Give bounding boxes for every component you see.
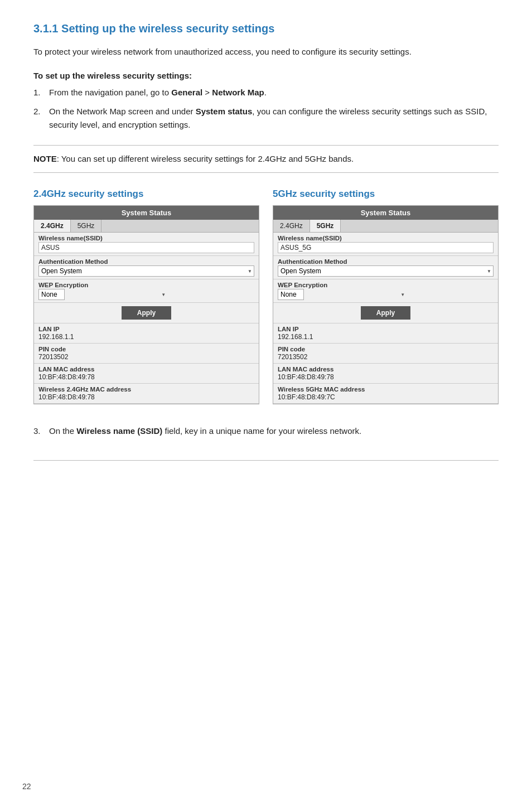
steps-list: 1. From the navigation panel, go to Gene… [33,86,499,132]
lan-ip-value-24: 192.168.1.1 [38,333,254,341]
pin-code-label-24: PIN code [38,346,254,352]
panel-2-4ghz: System Status 2.4GHz 5GHz Wireless name(… [33,205,259,404]
auth-method-row-24: Authentication Method Open System WPA-Pe… [34,256,259,279]
apply-row-5g: Apply [273,303,498,323]
wireless-mac-value-24: 10:BF:48:D8:49:78 [38,393,254,401]
step-2-text: On the Network Map screen and under Syst… [49,105,499,132]
auth-method-label-24: Authentication Method [38,258,254,265]
page-bottom-divider [33,460,499,461]
panel-2-4ghz-header: System Status [34,206,259,220]
auth-method-select-5g[interactable]: Open System WPA-Personal WPA2-Personal [278,265,494,277]
panel-2-4ghz-col: 2.4GHz security settings System Status 2… [33,189,259,404]
panel-5ghz-col: 5GHz security settings System Status 2.4… [273,189,499,404]
wireless-name-label-24: Wireless name(SSID) [38,235,254,241]
step-3: 3. On the Wireless name (SSID) field, ke… [33,424,499,438]
lan-ip-row-5g: LAN IP 192.168.1.1 [273,323,498,344]
pin-code-row-24: PIN code 72013502 [34,344,259,364]
step-2: 2. On the Network Map screen and under S… [33,105,499,132]
wep-select-24[interactable]: None 64-bit 128-bit [38,289,65,300]
wireless-mac-row-24: Wireless 2.4GHz MAC address 10:BF:48:D8:… [34,384,259,404]
step-2-num: 2. [33,105,49,132]
lan-mac-row-24: LAN MAC address 10:BF:48:D8:49:78 [34,364,259,384]
tab-5ghz-2[interactable]: 5GHz [71,220,102,232]
panel-5ghz-tabs: 2.4GHz 5GHz [273,220,498,233]
lan-mac-value-5g: 10:BF:48:D8:49:78 [278,373,494,381]
panel-2-4ghz-body: Wireless name(SSID) Authentication Metho… [34,233,259,404]
apply-button-5g[interactable]: Apply [361,306,410,320]
auth-method-row-5g: Authentication Method Open System WPA-Pe… [273,256,498,279]
panel-5ghz: System Status 2.4GHz 5GHz Wireless name(… [273,205,499,404]
wep-row-24: WEP Encryption None 64-bit 128-bit [34,279,259,303]
apply-button-24[interactable]: Apply [122,306,171,320]
panel-5ghz-header: System Status [273,206,498,220]
wireless-name-input-24[interactable] [38,242,254,253]
lan-ip-label-24: LAN IP [38,326,254,332]
lan-mac-row-5g: LAN MAC address 10:BF:48:D8:49:78 [273,364,498,384]
step-3-text: On the Wireless name (SSID) field, key i… [49,424,499,438]
panel-2-4ghz-title: 2.4GHz security settings [33,189,259,200]
wep-select-5g[interactable]: None 64-bit 128-bit [278,289,304,300]
wireless-mac-label-5g: Wireless 5GHz MAC address [278,386,494,393]
step-3-num: 3. [33,424,49,438]
tab-2-4ghz[interactable]: 2.4GHz [34,220,71,232]
wireless-mac-label-24: Wireless 2.4GHz MAC address [38,386,254,393]
auth-method-label-5g: Authentication Method [278,258,494,265]
panel-2-4ghz-tabs: 2.4GHz 5GHz [34,220,259,233]
lan-mac-value-24: 10:BF:48:D8:49:78 [38,373,254,381]
tab-2-4ghz-5g[interactable]: 2.4GHz [273,220,310,232]
wireless-mac-row-5g: Wireless 5GHz MAC address 10:BF:48:D8:49… [273,384,498,404]
pin-code-value-24: 72013502 [38,353,254,361]
lan-ip-label-5g: LAN IP [278,326,494,332]
panel-5ghz-title: 5GHz security settings [273,189,499,200]
lan-ip-value-5g: 192.168.1.1 [278,333,494,341]
panel-5ghz-body: Wireless name(SSID) Authentication Metho… [273,233,498,404]
pin-code-label-5g: PIN code [278,346,494,352]
wep-label-5g: WEP Encryption [278,282,494,288]
step-1-text: From the navigation panel, go to General… [49,86,499,99]
lan-mac-label-24: LAN MAC address [38,366,254,373]
wireless-name-input-5g[interactable] [278,242,494,253]
screenshots-row: 2.4GHz security settings System Status 2… [33,189,499,404]
pin-code-value-5g: 72013502 [278,353,494,361]
note-label: NOTE [33,154,57,163]
note-colon: : You can set up different wireless secu… [57,154,354,163]
wireless-mac-value-5g: 10:BF:48:D8:49:7C [278,393,494,401]
apply-row-24: Apply [34,303,259,323]
wireless-name-row-24: Wireless name(SSID) [34,233,259,256]
step-1: 1. From the navigation panel, go to Gene… [33,86,499,99]
pin-code-row-5g: PIN code 72013502 [273,344,498,364]
tab-5ghz-5g[interactable]: 5GHz [310,220,341,232]
auth-method-select-24[interactable]: Open System WPA-Personal WPA2-Personal [38,265,254,277]
wireless-name-label-5g: Wireless name(SSID) [278,235,494,241]
wep-label-24: WEP Encryption [38,282,254,288]
step-1-num: 1. [33,86,49,99]
wep-row-5g: WEP Encryption None 64-bit 128-bit [273,279,498,303]
lan-mac-label-5g: LAN MAC address [278,366,494,373]
section-title: 3.1.1 Setting up the wireless security s… [33,22,499,35]
lan-ip-row-24: LAN IP 192.168.1.1 [34,323,259,344]
subheading: To set up the wireless security settings… [33,71,499,80]
wireless-name-row-5g: Wireless name(SSID) [273,233,498,256]
intro-paragraph: To protect your wireless network from un… [33,45,499,59]
note-block: NOTE: You can set up different wireless … [33,145,499,173]
